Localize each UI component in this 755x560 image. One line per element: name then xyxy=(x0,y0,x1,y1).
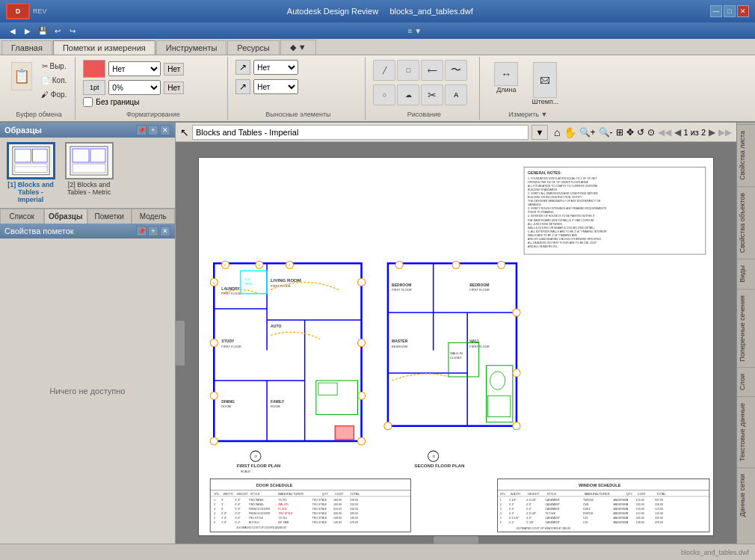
nav-fit-icon[interactable]: ⊞ xyxy=(616,127,623,138)
lower-panel-header: Свойства пометок 📌 + ✕ xyxy=(0,224,175,239)
lower-pin-button[interactable]: 📌 xyxy=(136,226,147,236)
svg-text:AUTO: AUTO xyxy=(271,324,281,328)
drawing-canvas[interactable]: www.PolisMedia.com GENERAL NOTES: 1. FOU… xyxy=(176,142,736,544)
svg-text:TRU STYLE: TRU STYLE xyxy=(278,512,293,515)
lower-close-button[interactable]: ✕ xyxy=(160,226,170,236)
right-panel-views[interactable]: Виды xyxy=(737,259,755,289)
minimize-button[interactable]: — xyxy=(710,5,722,17)
tab-markup[interactable]: Пометки и измерения xyxy=(53,40,155,55)
nav-cursor-icon[interactable]: ↖ xyxy=(180,126,189,138)
line-btn[interactable]: ╱ xyxy=(373,60,395,81)
copy-button[interactable]: 📄 Коп. xyxy=(37,74,70,87)
svg-text:116.00: 116.00 xyxy=(636,499,644,502)
tab-extra[interactable]: ◆ ▼ xyxy=(280,40,316,55)
svg-text:189.00: 189.00 xyxy=(333,499,342,502)
close-button[interactable]: ✕ xyxy=(737,5,749,17)
svg-text:TWO PANEL: TWO PANEL xyxy=(249,503,265,506)
stamp-measure-button[interactable]: 🖂 Штемп... xyxy=(526,60,564,108)
nav-rotate-icon[interactable]: ↺ xyxy=(637,127,644,138)
svg-point-226 xyxy=(498,261,505,268)
polyline-btn[interactable]: ⟵ xyxy=(421,60,443,81)
quick-back-button[interactable]: ◀ xyxy=(6,24,19,37)
right-panel-text-data[interactable]: Текстовые данные xyxy=(737,396,755,467)
nav-hand-icon[interactable]: ✋ xyxy=(564,126,576,138)
svg-text:STYLE: STYLE xyxy=(546,492,556,496)
notes-buttons: ↗ Нет ↗ Нет xyxy=(234,58,362,109)
format-copy-button[interactable]: 🖌 Фор. xyxy=(37,88,70,101)
quick-undo-button[interactable]: ↩ xyxy=(51,24,64,37)
nav-path-input[interactable] xyxy=(192,125,528,140)
border-checkbox[interactable] xyxy=(83,97,93,107)
cloud-btn[interactable]: ☁ xyxy=(397,84,419,105)
thumbnail-2-img xyxy=(65,142,114,179)
nav-next-page-icon[interactable]: ▶ xyxy=(709,127,715,138)
qa-spacer: ≡ ▼ xyxy=(81,27,749,35)
svg-text:TRU STYLE: TRU STYLE xyxy=(312,512,327,515)
format-label: Форматирование xyxy=(81,109,224,118)
page-total: 2 xyxy=(701,128,706,137)
tab-samples[interactable]: Образцы xyxy=(44,209,88,224)
nav-3d-icon[interactable]: ⊙ xyxy=(647,127,655,138)
cut-button[interactable]: ✂ Выр. xyxy=(37,60,70,73)
right-panel-sections[interactable]: Поперечные сечения xyxy=(737,289,755,367)
panel-new-button[interactable]: + xyxy=(148,125,158,135)
note1-select[interactable]: Нет xyxy=(253,60,298,75)
percent-btn2[interactable]: Нет xyxy=(164,81,184,94)
quick-save-button[interactable]: 💾 xyxy=(36,24,49,37)
color-btn2[interactable]: Нет xyxy=(164,63,184,76)
nav-back-page-icon[interactable]: ◀ xyxy=(674,127,681,138)
panel-close-button[interactable]: ✕ xyxy=(160,125,170,135)
nav-last-page-icon[interactable]: ▶▶ xyxy=(718,127,732,138)
tab-home[interactable]: Главная xyxy=(1,40,52,55)
nav-dropdown-button[interactable]: ▼ xyxy=(531,125,548,140)
rect-btn[interactable]: □ xyxy=(397,60,419,81)
svg-point-229 xyxy=(513,422,520,430)
thumbnail-1[interactable]: [1] Blocks and Tables - Imperial xyxy=(4,142,57,203)
right-panel-sheet-props[interactable]: Свойства листа xyxy=(737,124,755,186)
nav-pan-icon[interactable]: ✥ xyxy=(626,127,634,138)
page-current: 1 xyxy=(684,128,688,137)
panel-pin-button[interactable]: 📌 xyxy=(136,125,147,135)
right-panel-obj-props[interactable]: Свойства объектов xyxy=(737,186,755,259)
ribbon-group-draw: ╱ □ ⟵ 〜 ○ ☁ ✂ A Рисование xyxy=(369,57,480,120)
nav-home-icon[interactable]: ⌂ xyxy=(554,126,560,138)
maximize-button[interactable]: □ xyxy=(724,5,736,17)
svg-point-217 xyxy=(357,278,365,286)
nav-zoom-out-icon[interactable]: 🔍- xyxy=(599,127,613,138)
percent-dropdown[interactable]: 0% xyxy=(108,80,161,95)
right-panel-grid-data[interactable]: Данные сетки xyxy=(737,467,755,523)
tab-pometki[interactable]: Пометки xyxy=(87,209,132,224)
tab-tools[interactable]: Инструменты xyxy=(156,40,227,55)
svg-text:2: 2 xyxy=(626,508,628,511)
panel-header-buttons: 📌 + ✕ xyxy=(136,125,170,135)
svg-text:1: 1 xyxy=(500,499,502,502)
svg-text:329.00: 329.00 xyxy=(333,512,342,515)
note2-select[interactable]: Нет xyxy=(253,79,298,94)
tab-list[interactable]: Список xyxy=(0,209,44,224)
tab-model[interactable]: Модель xyxy=(132,209,176,224)
circle-btn[interactable]: ○ xyxy=(373,84,395,105)
paste-button[interactable]: 📋 xyxy=(7,60,36,93)
nav-zoom-in-icon[interactable]: 🔍+ xyxy=(579,127,596,138)
svg-text:ROOM: ROOM xyxy=(221,404,231,408)
length-label: Длина xyxy=(496,86,516,93)
thumbnail-2[interactable]: [2] Blocks and Tables - Metric xyxy=(63,142,115,203)
text-btn[interactable]: A xyxy=(445,84,467,105)
quick-redo-button[interactable]: ↪ xyxy=(66,24,79,37)
svg-text:WALK-IN: WALK-IN xyxy=(450,351,463,355)
length-button[interactable]: ↔ Длина xyxy=(487,60,525,96)
svg-text:SCALE: ...: SCALE: ... xyxy=(241,470,255,473)
svg-text:1: 1 xyxy=(322,517,324,520)
tab-resources[interactable]: Ресурсы xyxy=(227,40,279,55)
svg-text:1: 1 xyxy=(322,508,324,511)
right-panel-layers[interactable]: Слои xyxy=(737,367,755,396)
freehand-btn[interactable]: 〜 xyxy=(445,60,467,81)
nav-prev-page-icon[interactable]: ◀◀ xyxy=(658,127,671,138)
stamp-btn[interactable]: ✂ xyxy=(421,84,443,105)
color-swatch[interactable] xyxy=(83,60,105,78)
lower-new-button[interactable]: + xyxy=(148,226,158,236)
color-dropdown[interactable]: Нет xyxy=(108,61,161,76)
svg-text:310.63: 310.63 xyxy=(333,508,342,511)
thumbnails-area: [1] Blocks and Tables - Imperial [2] Blo… xyxy=(0,138,175,208)
quick-forward-button[interactable]: ▶ xyxy=(21,24,34,37)
